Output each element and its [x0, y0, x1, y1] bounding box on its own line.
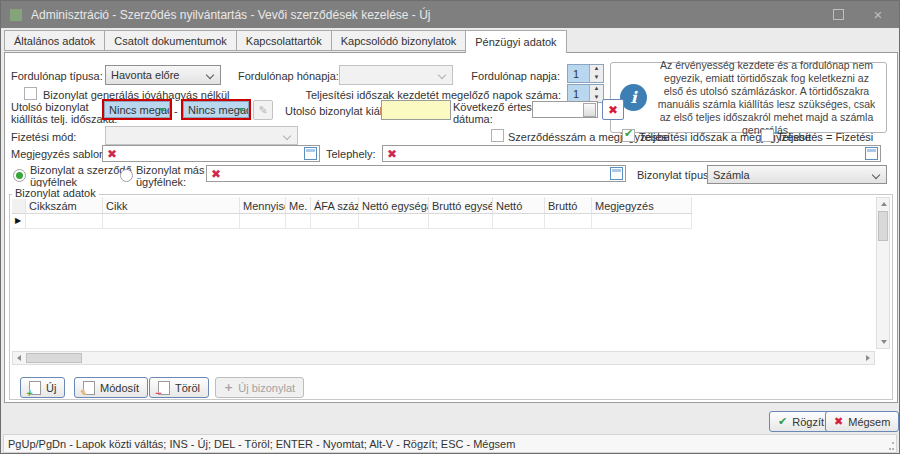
scroll-left-icon[interactable]: [17, 355, 21, 361]
resize-grip[interactable]: [886, 442, 894, 450]
scroll-up-icon[interactable]: [881, 202, 887, 206]
fordulonap-napja-label: Fordulónap napja:: [435, 70, 560, 82]
browse-window-icon[interactable]: [610, 167, 623, 180]
spin-down-icon[interactable]: ▼: [590, 74, 603, 83]
utolso-idoszak-from-select[interactable]: Nincs megadva: [104, 101, 170, 118]
dialog-window: Adminisztráció - Szerződés nyilvántartás…: [0, 0, 900, 454]
chevron-down-icon: [872, 171, 880, 179]
edit-period-button: ✎: [253, 100, 273, 120]
cell-brutto-egysegar: [429, 214, 493, 229]
utolso-kiallitas-field[interactable]: [381, 100, 451, 120]
teljesites-hatarido-checkbox[interactable]: [761, 129, 774, 142]
vertical-scroll-thumb[interactable]: [878, 211, 888, 241]
fordulonap-napja-value: 1: [568, 65, 589, 82]
clear-date-button[interactable]: ✖: [602, 99, 624, 120]
scroll-down-icon[interactable]: [881, 340, 887, 344]
tab-altalanos-adatok[interactable]: Általános adatok: [4, 30, 105, 51]
cell-cikk: [103, 214, 240, 229]
cell-brutto: [545, 214, 592, 229]
chevron-down-icon: [238, 108, 244, 112]
column-header-brutto-egysegar[interactable]: Bruttó egységár: [429, 197, 493, 213]
column-header-cikkszam[interactable]: Cikkszám: [26, 197, 103, 213]
plus-icon: +: [224, 381, 233, 394]
utolso-idoszak-to-select[interactable]: Nincs megadva: [183, 101, 249, 118]
info-text: Az érvényesség kezdete és a fordulónap n…: [654, 59, 886, 137]
tab-csatolt-dokumentumok[interactable]: Csatolt dokumentumok: [104, 30, 237, 51]
szerzodesszam-checkbox[interactable]: [491, 129, 504, 142]
telephely-label: Telephely:: [326, 148, 376, 160]
title-bar: Adminisztráció - Szerződés nyilvántartás…: [1, 1, 899, 28]
uj-button[interactable]: + Új: [20, 377, 65, 398]
spin-up-icon[interactable]: ▲: [590, 85, 603, 94]
chevron-down-icon: [283, 132, 291, 140]
modosit-button-label: Módosít: [100, 382, 139, 394]
megsem-button[interactable]: ✖ Mégsem: [825, 411, 899, 432]
column-header-cikk[interactable]: Cikk: [103, 197, 240, 213]
cell-megjegyzes: [592, 214, 692, 229]
browse-window-icon[interactable]: [865, 147, 878, 160]
check-icon: ✔: [624, 127, 633, 140]
fordulonap-honapja-label: Fordulónap hónapja:: [238, 70, 339, 82]
fizetesi-mod-select: [105, 126, 298, 145]
horizontal-scrollbar[interactable]: [12, 351, 875, 365]
page-pencil-icon: ✎: [83, 381, 95, 395]
telephely-field[interactable]: ✖: [382, 145, 881, 162]
horizontal-scroll-thumb[interactable]: [26, 353, 82, 363]
bizonylat-adatok-group-label: Bizonylat adatok: [12, 187, 99, 199]
maximize-button[interactable]: [821, 1, 855, 28]
torol-button[interactable]: − Töröl: [149, 377, 209, 398]
megsem-button-label: Mégsem: [848, 416, 890, 428]
close-button[interactable]: ×: [861, 1, 895, 28]
bizonylat-tipus-select[interactable]: Számla: [707, 165, 887, 184]
bizonylat-mas-radio[interactable]: [120, 169, 133, 182]
tab-penzugyi-adatok[interactable]: Pénzügyi adatok: [465, 30, 566, 53]
column-header-me[interactable]: Me.: [286, 197, 311, 213]
spin-up-icon[interactable]: ▲: [590, 65, 603, 74]
modosit-button[interactable]: ✎ Módosít: [74, 377, 148, 398]
check-icon: ✔: [778, 415, 787, 428]
rogzit-button-label: Rögzít: [792, 416, 824, 428]
fordulonap-tipusa-label: Fordulónap típusa:: [11, 70, 103, 82]
missing-value-icon: ✖: [387, 147, 397, 161]
bizonylat-mas-label: Bizonylat más ügyfélnek:: [136, 164, 204, 188]
status-text: PgUp/PgDn - Lapok közti váltás; INS - Új…: [8, 438, 515, 450]
tab-kapcsolattartok[interactable]: Kapcsolattartók: [236, 30, 332, 51]
cell-netto-egysegar: [359, 214, 429, 229]
kovetkezo-ertesites-date-field[interactable]: [532, 101, 598, 118]
page-minus-icon: −: [158, 381, 170, 395]
column-header-mennyiseg[interactable]: Mennyiség: [240, 197, 286, 213]
bizonylat-generalas-checkbox[interactable]: [24, 87, 37, 100]
megjegyzes-sablon-field[interactable]: ✖: [102, 145, 320, 162]
fordulonap-tipusa-select[interactable]: Havonta előre: [105, 65, 221, 85]
page-plus-icon: +: [29, 381, 41, 395]
maximize-icon: [833, 9, 844, 20]
table-row[interactable]: ▶: [12, 214, 692, 229]
megjegyzes-sablon-label: Megjegyzés sablon:: [11, 148, 108, 160]
chevron-down-icon: [206, 71, 214, 79]
column-header-netto[interactable]: Nettó: [493, 197, 545, 213]
browse-window-icon[interactable]: [304, 147, 317, 160]
uj-button-label: Új: [46, 382, 56, 394]
fizetesi-mod-label: Fizetési mód:: [11, 131, 76, 143]
penzugyi-adatok-panel: Fordulónap típusa: Havonta előre Forduló…: [4, 52, 898, 403]
bizonylat-szerzodo-radio[interactable]: [13, 169, 26, 182]
cell-me: [286, 214, 311, 229]
fordulonap-napja-spinner[interactable]: 1 ▲▼: [567, 64, 604, 83]
column-header-afa-szazalek[interactable]: ÁFA százalék: [311, 197, 359, 213]
column-header-brutto[interactable]: Bruttó: [545, 197, 592, 213]
bizonylat-mas-ugyfel-field[interactable]: ✖: [206, 165, 626, 182]
missing-value-icon: ✖: [211, 167, 221, 181]
uj-bizonylat-button-label: Új bizonylat: [238, 382, 295, 394]
bizonylat-adatok-group: Cikkszám Cikk Mennyiség Me. ÁFA százalék…: [9, 194, 893, 400]
grid-marker-column: [12, 197, 26, 213]
tab-kapcsolodo-bizonylatok[interactable]: Kapcsolódó bizonylatok: [331, 30, 467, 51]
date-picker-button[interactable]: [583, 103, 596, 117]
vertical-scrollbar[interactable]: [876, 197, 890, 349]
scroll-right-icon[interactable]: [866, 355, 870, 361]
column-header-netto-egysegar[interactable]: Nettó egységár: [359, 197, 429, 213]
teljesitesi-idoszak-checkbox[interactable]: ✔: [622, 129, 635, 142]
rogzit-button[interactable]: ✔ Rögzít: [769, 411, 833, 432]
cross-icon: ✖: [834, 415, 843, 428]
uj-bizonylat-button: + Új bizonylat: [215, 377, 304, 398]
column-header-megjegyzes[interactable]: Megjegyzés: [592, 197, 692, 213]
